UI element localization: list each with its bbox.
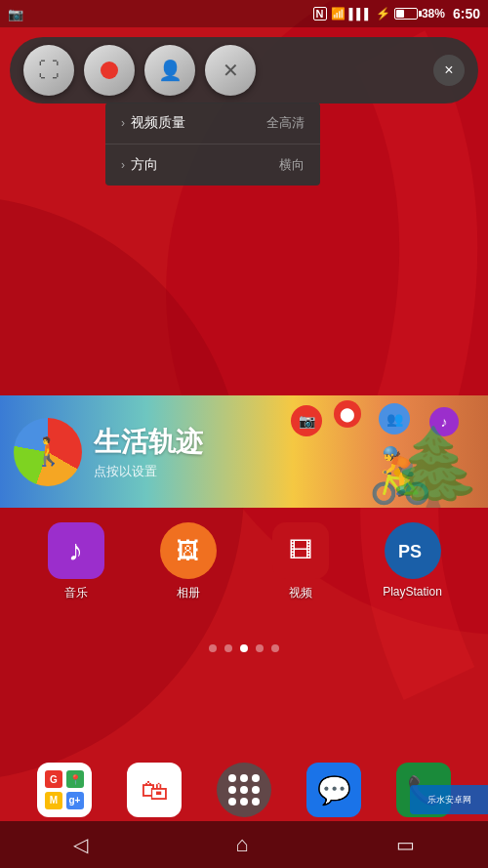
page-dot-4[interactable]	[256, 644, 264, 652]
home-button[interactable]: ⌂	[235, 832, 248, 857]
navigation-bar: ◁ ⌂ ▭	[0, 821, 488, 868]
status-bar: 📷 N 📶 ▌▌▌ ⚡ 38% 6:50	[0, 0, 488, 27]
person-walking-icon: 🚶	[31, 435, 65, 468]
dock-all-apps[interactable]	[217, 763, 271, 817]
google-plus-icon: g+	[66, 792, 84, 809]
status-left-icons: 📷	[8, 7, 23, 21]
recents-icon: ▭	[396, 834, 415, 855]
home-icon: ⌂	[235, 832, 248, 856]
screenshot-button[interactable]: ⛶	[23, 45, 74, 96]
nfc-icon: N	[313, 7, 327, 21]
back-button[interactable]: ◁	[73, 833, 88, 856]
gmail-icon: M	[45, 792, 62, 809]
dock-google[interactable]: G 📍 M g+	[37, 763, 92, 817]
facecam-icon: 👤	[158, 59, 183, 82]
app-grid: ♪ 音乐 🖼 相册 🎞 视频 PS PlayStation	[0, 522, 488, 601]
banner-floating-icons: 📷 ⬤ 👥 ♪ 🚴 🌲	[234, 395, 488, 508]
watermark: 乐水安卓网	[410, 785, 488, 814]
banner-title: 生活轨迹	[94, 424, 203, 461]
settings-icon: ✕	[223, 59, 239, 82]
svg-text:PS: PS	[398, 542, 422, 561]
dropdown-menu: › 视频质量 全高清 › 方向 横向	[105, 103, 320, 186]
battery-percent: 38%	[422, 7, 445, 21]
watermark-text: 乐水安卓网	[427, 794, 471, 806]
app-music[interactable]: ♪ 音乐	[37, 522, 115, 601]
music-label: 音乐	[64, 585, 88, 601]
app-photos[interactable]: 🖼 相册	[149, 522, 227, 601]
wifi-icon: 📶	[331, 7, 346, 21]
chevron-icon-2: ›	[121, 158, 125, 172]
dock-playstore[interactable]: 🛍	[127, 763, 182, 817]
page-dot-3[interactable]	[240, 644, 248, 652]
recorder-toolbar: ⛶ 👤 ✕ ×	[10, 37, 478, 103]
google-g-icon: G	[45, 770, 62, 788]
menu-item-orientation[interactable]: › 方向 横向	[105, 145, 320, 186]
playstation-label: PlayStation	[383, 585, 442, 599]
page-dot-5[interactable]	[271, 644, 279, 652]
banner-subtitle: 点按以设置	[94, 463, 203, 480]
video-icon: 🎞	[272, 522, 329, 579]
playstation-icon: PS	[385, 522, 441, 579]
music-icon: ♪	[48, 522, 104, 579]
chevron-icon: ›	[121, 116, 125, 130]
status-right-icons: N 📶 ▌▌▌ ⚡ 38% 6:50	[313, 6, 480, 21]
close-icon: ×	[444, 62, 453, 79]
app-video[interactable]: 🎞 视频	[262, 522, 340, 601]
life-trace-banner[interactable]: 🚶 生活轨迹 点按以设置 📷 ⬤ 👥 ♪ 🚴 🌲	[0, 395, 488, 508]
menu-quality-label: 视频质量	[131, 114, 185, 132]
banner-camera-icon: 📷	[291, 405, 322, 436]
facecam-button[interactable]: 👤	[144, 45, 195, 96]
photos-label: 相册	[177, 585, 200, 601]
page-indicators	[0, 644, 488, 652]
battery-icon	[394, 8, 418, 20]
menu-orientation-label: 方向	[131, 156, 158, 174]
banner-circle-icon: 🚶	[14, 418, 82, 486]
banner-red-icon: ⬤	[334, 400, 361, 428]
dock-chat[interactable]: 💬	[306, 763, 361, 817]
record-button[interactable]	[84, 45, 135, 96]
settings-button[interactable]: ✕	[205, 45, 256, 96]
charge-icon: ⚡	[376, 7, 390, 21]
playstore-icon: 🛍	[127, 763, 182, 817]
back-icon: ◁	[73, 834, 88, 855]
page-dot-1[interactable]	[209, 644, 217, 652]
banner-text-block: 生活轨迹 点按以设置	[94, 424, 203, 480]
all-apps-icon	[217, 763, 271, 817]
menu-item-quality[interactable]: › 视频质量 全高清	[105, 103, 320, 145]
google-maps-icon: 📍	[66, 770, 84, 788]
menu-quality-value: 全高清	[266, 114, 305, 132]
signal-icon: ▌▌▌	[349, 8, 372, 20]
close-button[interactable]: ×	[433, 55, 465, 86]
chat-icon: 💬	[306, 763, 361, 817]
photos-icon: 🖼	[160, 522, 217, 579]
tree-icon: 🌲	[386, 430, 483, 508]
clock: 6:50	[453, 6, 480, 21]
menu-orientation-value: 横向	[279, 156, 305, 174]
google-dock-icon: G 📍 M g+	[37, 763, 92, 817]
screenshot-status-icon: 📷	[8, 7, 23, 21]
recorder-buttons: ⛶ 👤 ✕	[23, 45, 256, 96]
video-label: 视频	[289, 585, 312, 601]
page-dot-2[interactable]	[224, 644, 232, 652]
app-playstation[interactable]: PS PlayStation	[374, 522, 452, 601]
screenshot-icon: ⛶	[38, 58, 60, 83]
recents-button[interactable]: ▭	[396, 833, 415, 856]
